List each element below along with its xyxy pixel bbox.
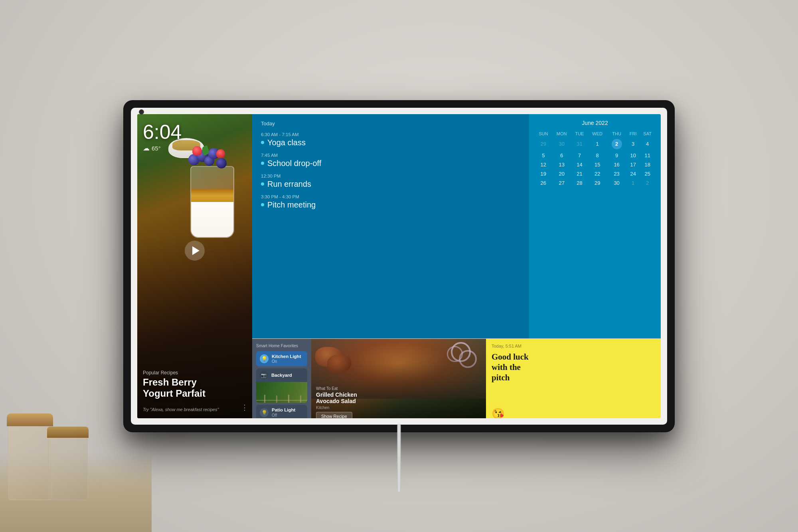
event-name-3: Run errands — [261, 180, 520, 189]
calendar-day[interactable]: 22 — [588, 169, 607, 178]
calendar-day[interactable]: 1 — [626, 178, 640, 188]
light-off-icon: 💡 — [260, 408, 269, 417]
calendar-day[interactable]: 1 — [588, 137, 607, 151]
device-patio-status: Off — [272, 413, 295, 417]
cal-header-fri: FRI — [626, 130, 640, 137]
calendar-day[interactable]: 18 — [640, 160, 655, 169]
smart-home-title: Smart Home Favorites — [256, 343, 307, 348]
event-time-4: 3:30 PM - 4:30 PM — [261, 194, 520, 199]
calendar-day[interactable]: 3 — [626, 137, 640, 151]
calendar-day[interactable]: 24 — [626, 169, 640, 178]
recipe-info: Popular Recipes Fresh BerryYogurt Parfai… — [143, 370, 247, 399]
device-backyard[interactable]: 📷 Backyard — [256, 368, 307, 403]
screen: 6:04 ☁ 65° Popular Recipes Fresh BerryYo… — [137, 114, 661, 418]
note-emoji: 😘 — [492, 407, 655, 418]
calendar-day[interactable]: 20 — [552, 169, 571, 178]
recipe-hint: Try "Alexa, show me breakfast recipes" — [143, 407, 219, 412]
time-display: 6:04 — [143, 122, 182, 142]
what-to-eat-widget[interactable]: What To Eat Grilled ChickenAvocado Salad… — [311, 339, 486, 418]
calendar-day[interactable]: 21 — [571, 169, 588, 178]
bottom-widgets: Smart Home Favorites 💡 Kitchen Light On — [252, 338, 661, 418]
calendar-day[interactable]: 8 — [588, 151, 607, 160]
today-label: Today — [261, 121, 520, 127]
weather-info: ☁ 65° — [143, 144, 182, 152]
device-kitchen-light[interactable]: 💡 Kitchen Light On — [256, 351, 307, 367]
tv-frame: 6:04 ☁ 65° Popular Recipes Fresh BerryYo… — [124, 101, 674, 432]
what-to-eat-tag: What To Eat — [316, 386, 481, 391]
event-dot-2 — [261, 162, 264, 165]
calendar-day[interactable]: 30 — [552, 137, 571, 151]
calendar-day[interactable]: 5 — [535, 151, 552, 160]
calendar-day[interactable]: 2 — [640, 178, 655, 188]
calendar-day[interactable]: 27 — [552, 178, 571, 188]
event-item-1[interactable]: 6:30 AM - 7:15 AM Yoga class — [261, 132, 520, 147]
recipe-widget-content: What To Eat Grilled ChickenAvocado Salad… — [311, 382, 486, 418]
calendar-day[interactable]: 2 — [607, 137, 626, 151]
device-patio-light[interactable]: 💡 Patio Light Off — [256, 405, 307, 418]
cal-header-mon: MON — [552, 130, 571, 137]
recipe-source: Kitchen — [316, 405, 481, 410]
calendar-day[interactable]: 26 — [535, 178, 552, 188]
calendar-day[interactable]: 10 — [626, 151, 640, 160]
cal-header-wed: WED — [588, 130, 607, 137]
calendar-day[interactable]: 4 — [640, 137, 655, 151]
recipe-title: Fresh BerryYogurt Parfait — [143, 377, 247, 399]
event-name-1: Yoga class — [261, 138, 520, 147]
event-dot-1 — [261, 141, 264, 144]
calendar-day[interactable]: 28 — [571, 178, 588, 188]
play-icon — [192, 246, 200, 255]
event-dot-3 — [261, 182, 264, 186]
backyard-thumbnail — [256, 382, 307, 403]
light-on-icon: 💡 — [260, 354, 269, 363]
events-area: Today 6:30 AM - 7:15 AM Yoga class — [252, 114, 529, 338]
left-panel: 6:04 ☁ 65° Popular Recipes Fresh BerryYo… — [137, 114, 252, 418]
calendar-day[interactable]: 7 — [571, 151, 588, 160]
more-options-icon[interactable]: ⋮ — [241, 403, 248, 412]
calendar-day[interactable]: 9 — [607, 151, 626, 160]
calendar-day[interactable]: 12 — [535, 160, 552, 169]
calendar-day[interactable]: 29 — [588, 178, 607, 188]
calendar-day[interactable]: 31 — [571, 137, 588, 151]
note-timestamp: Today, 5:51 AM — [492, 344, 655, 348]
device-kitchen-name: Kitchen Light — [272, 354, 301, 360]
event-dot-4 — [261, 203, 264, 206]
calendar-day[interactable]: 6 — [552, 151, 571, 160]
calendar-grid: SUN MON TUE WED THU FRI SAT — [535, 130, 655, 188]
calendar-day[interactable]: 11 — [640, 151, 655, 160]
calendar-day[interactable]: 15 — [588, 160, 607, 169]
cal-header-sun: SUN — [535, 130, 552, 137]
calendar-day[interactable]: 17 — [626, 160, 640, 169]
calendar-day[interactable]: 14 — [571, 160, 588, 169]
event-time-2: 7:45 AM — [261, 153, 520, 158]
calendar-day[interactable]: 13 — [552, 160, 571, 169]
right-panel: Today 6:30 AM - 7:15 AM Yoga class — [252, 114, 661, 418]
play-button[interactable] — [185, 241, 205, 261]
cal-header-tue: TUE — [571, 130, 588, 137]
show-recipe-button[interactable]: Show Recipe — [316, 412, 352, 418]
device-kitchen-info: Kitchen Light On — [272, 354, 301, 364]
calendar-area: June 2022 SUN MON TUE WED THU — [529, 114, 661, 338]
note-widget: Today, 5:51 AM Good luckwith thepitch 😘 — [486, 339, 661, 418]
smart-home-widget: Smart Home Favorites 💡 Kitchen Light On — [252, 339, 311, 418]
calendar-day[interactable]: 19 — [535, 169, 552, 178]
camera-dot — [139, 109, 144, 115]
weather-icon: ☁ — [143, 144, 150, 152]
note-text: Good luckwith thepitch — [492, 352, 655, 405]
calendar-day[interactable]: 25 — [640, 169, 655, 178]
event-name-4: Pitch meeting — [261, 200, 520, 210]
tv-bezel: 6:04 ☁ 65° Popular Recipes Fresh BerryYo… — [131, 108, 667, 425]
event-item-4[interactable]: 3:30 PM - 4:30 PM Pitch meeting — [261, 194, 520, 210]
device-patio-info: Patio Light Off — [272, 407, 295, 417]
calendar-day[interactable]: 23 — [607, 169, 626, 178]
time-weather: 6:04 ☁ 65° — [143, 122, 182, 152]
device-patio-name: Patio Light — [272, 407, 295, 413]
cal-header-thu: THU — [607, 130, 626, 137]
camera-icon: 📷 — [259, 371, 268, 380]
calendar-day[interactable]: 16 — [607, 160, 626, 169]
calendar-day[interactable]: 29 — [535, 137, 552, 151]
calendar-day[interactable]: 30 — [607, 178, 626, 188]
event-time-3: 12:30 PM — [261, 174, 520, 178]
cal-header-sat: SAT — [640, 130, 655, 137]
event-item-3[interactable]: 12:30 PM Run errands — [261, 174, 520, 189]
event-item-2[interactable]: 7:45 AM School drop-off — [261, 153, 520, 168]
